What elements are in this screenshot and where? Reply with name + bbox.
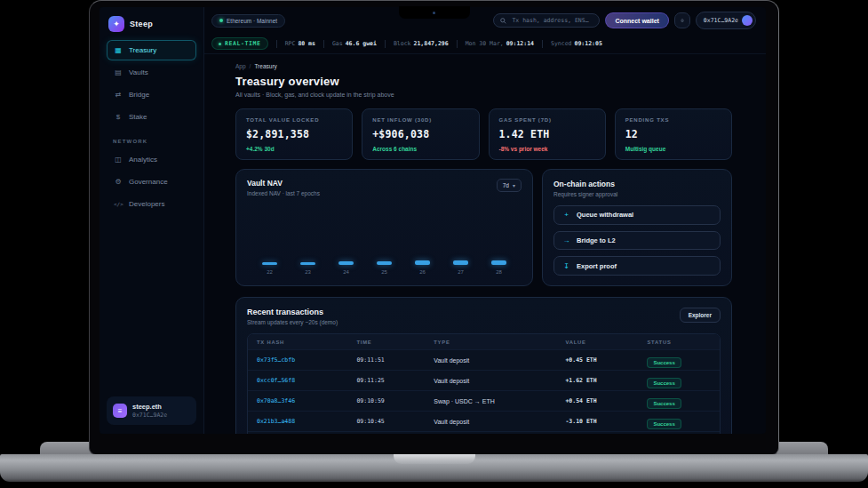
sidebar-item-label: Analytics [129,156,157,164]
search-box[interactable] [493,13,600,28]
wallet-address: 0x71C…9A2e [132,412,167,419]
laptop-base [0,454,868,482]
export-proof-button[interactable]: ↧ Export proof [553,256,721,276]
analytics-chart-icon: ◫ [114,156,123,164]
topbar: Ethereum · Mainnet Connect wallet 0x71C…… [204,7,766,34]
sidebar-item-label: Governance [129,178,168,186]
x-tick-label: 26 [419,269,426,275]
transactions-title: Recent transactions [247,308,338,316]
nav-bar [300,262,315,265]
table-row[interactable]: 0xcc0f…56f8 09:11:25 Vault deposit +1.62… [248,370,720,390]
connect-wallet-button[interactable]: Connect wallet [605,12,668,28]
breadcrumb-app[interactable]: App [235,63,246,69]
chart-title: Vault NAV [247,179,320,188]
block-number: Block21,847,296 [394,40,449,47]
wallet-ens-name: steep.eth [132,403,167,411]
bell-icon [681,17,684,24]
nav-bar-chart: 22 23 24 25 26 27 28 [247,196,522,276]
onchain-actions-card: On-chain actions Requires signer approva… [542,169,732,286]
strip-divider [457,40,458,48]
laptop-lid-notch [394,454,475,464]
bridge-swap-icon: ⇄ [114,91,123,99]
clock: Mon 30 Mar,09:12:14 [466,40,534,47]
col-time: TIME [356,340,434,345]
brand-header: ✦ Steep [107,14,196,39]
notifications-button[interactable] [674,12,690,28]
tx-hash-link[interactable]: 0x21b3…a488 [257,418,356,425]
sidebar-item-analytics[interactable]: ◫ Analytics [107,149,196,170]
vault-card-icon: ▤ [114,68,123,76]
treasury-grid-icon: ▦ [114,46,123,54]
camera-dot [433,12,435,14]
queue-withdrawal-button[interactable]: + Queue withdrawal [553,205,721,225]
page-content[interactable]: App / Treasury Treasury overview All vau… [204,54,766,434]
status-strip: REAL-TIME RPC80 ms Gas46.6 gwei Block21,… [204,34,766,54]
range-value: 7d [503,182,509,188]
stat-delta: -8% vs prior week [499,146,595,152]
page-title: Treasury overview [235,75,732,88]
col-value: VALUE [565,340,647,345]
strip-divider [323,40,324,48]
page-subtitle: All vaults · Block, gas, and clock updat… [235,92,732,98]
table-row[interactable]: 0x73f5…cbfb 09:11:51 Vault deposit +0.45… [248,349,720,370]
nav-bar [338,261,354,265]
stat-value: +$906,038 [372,128,468,140]
table-row[interactable]: 0x21b3…a488 09:10:45 Vault deposit -3.10… [248,411,720,431]
stat-cards-row: TOTAL VALUE LOCKED $2,891,358 +4.2% 30d … [235,108,732,160]
stat-value: $2,891,358 [246,128,342,140]
steep-logo-icon: ✦ [108,16,124,32]
recent-transactions-card: Recent transactions Stream updates every… [235,297,732,434]
sidebar-item-bridge[interactable]: ⇄ Bridge [107,84,196,105]
laptop-screen: ✦ Steep ▦ Treasury ▤ Vaults ⇄ Bridge $ [89,0,779,455]
tx-hash-link[interactable]: 0xcc0f…56f8 [257,377,356,384]
nav-bar [491,260,506,266]
explorer-button[interactable]: Explorer [680,308,721,323]
vault-nav-chart-card: Vault NAV Indexed NAV · last 7 epochs 7d… [235,169,533,286]
actions-subtitle: Requires signer approval [553,191,721,197]
x-tick-label: 24 [343,269,349,275]
x-tick-label: 23 [305,269,311,275]
sidebar-item-vaults[interactable]: ▤ Vaults [107,62,196,83]
wallet-card[interactable]: ≡ steep.eth 0x71C…9A2e [107,396,196,425]
x-tick-label: 22 [267,269,273,275]
stat-value: 12 [625,128,721,140]
network-badge[interactable]: Ethereum · Mainnet [211,14,285,28]
stat-card-pending-txs: PENDING TXS 12 Multisig queue [615,108,732,160]
sidebar-item-label: Developers [129,200,164,208]
code-icon: </> [114,201,123,207]
stat-label: NET INFLOW (30D) [372,117,468,123]
dollar-icon: $ [114,113,123,121]
sidebar-item-label: Vaults [129,68,148,76]
nav-bar [377,261,392,265]
table-row[interactable]: 0x70a8…3f46 09:10:59 Swap · USDC → ETH +… [248,390,720,411]
sidebar-item-treasury[interactable]: ▦ Treasury [107,40,196,60]
range-select[interactable]: 7d ▾ [497,179,522,192]
sidebar-item-stake[interactable]: $ Stake [107,107,196,127]
camera-notch [399,6,470,19]
sidebar-section-network: NETWORK [113,139,190,144]
table-row-partial[interactable]: Success [248,431,720,434]
sidebar-item-developers[interactable]: </> Developers [107,194,196,214]
col-status: STATUS [647,340,711,345]
network-badge-label: Ethereum · Mainnet [227,18,277,24]
status-badge: Success [647,378,681,388]
sidebar-item-label: Stake [129,113,147,121]
bridge-to-l2-button[interactable]: → Bridge to L2 [553,231,721,251]
breadcrumb-current: Treasury [254,63,276,69]
stat-card-tvl: TOTAL VALUE LOCKED $2,891,358 +4.2% 30d [235,108,353,160]
wallet-avatar: ≡ [113,404,127,418]
tx-hash-link[interactable]: 0x73f5…cbfb [257,356,356,364]
chart-subtitle: Indexed NAV · last 7 epochs [247,190,320,196]
tx-hash-link[interactable]: 0x70a8…3f46 [257,397,356,404]
x-tick-label: 27 [458,269,464,275]
gear-icon: ⚙ [114,178,123,186]
search-input[interactable] [510,16,593,25]
transactions-table: TX HASH TIME TYPE VALUE STATUS 0x73f5…cb… [247,333,721,434]
account-button[interactable]: 0x71C…9A2e [696,12,756,29]
stat-label: PENDING TXS [625,117,721,123]
strip-divider [276,40,277,48]
nav-bar [453,260,468,265]
sidebar-item-governance[interactable]: ⚙ Governance [107,172,196,192]
strip-divider [385,40,386,48]
status-badge: Success [647,398,681,409]
